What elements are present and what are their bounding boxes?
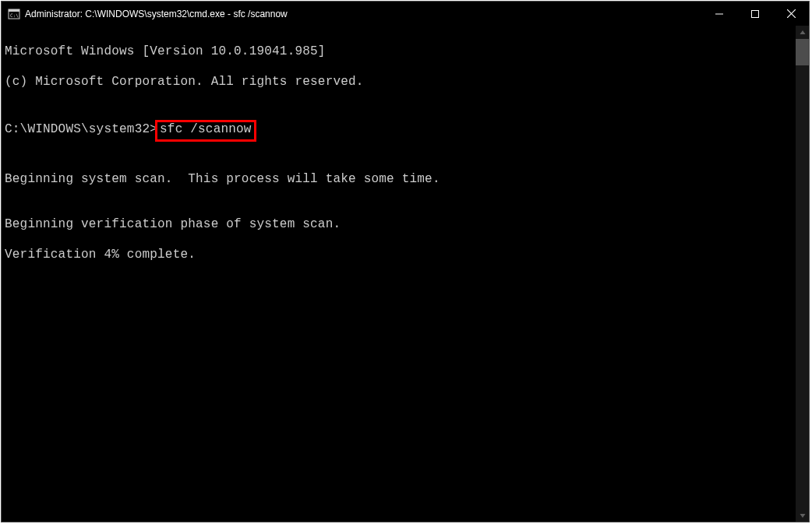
cmd-window: C:\ Administrator: C:\WINDOWS\system32\c… (1, 1, 810, 522)
prompt-line: C:\WINDOWS\system32>sfc /scannow (5, 120, 796, 142)
window-title: Administrator: C:\WINDOWS\system32\cmd.e… (25, 9, 288, 19)
scroll-thumb[interactable] (796, 39, 809, 65)
close-button[interactable] (773, 2, 809, 26)
output-line: Beginning verification phase of system s… (5, 217, 796, 233)
content-area: Microsoft Windows [Version 10.0.19041.98… (2, 26, 809, 522)
scroll-track[interactable] (796, 39, 809, 508)
scroll-up-arrow-icon[interactable] (796, 26, 809, 39)
output-line: Microsoft Windows [Version 10.0.19041.98… (5, 44, 796, 60)
highlighted-command: sfc /scannow (155, 120, 256, 142)
minimize-button[interactable] (701, 2, 737, 26)
scroll-down-arrow-icon[interactable] (796, 508, 809, 522)
titlebar[interactable]: C:\ Administrator: C:\WINDOWS\system32\c… (2, 2, 809, 26)
svg-rect-4 (752, 10, 759, 17)
maximize-button[interactable] (737, 2, 773, 26)
cmd-icon: C:\ (8, 8, 20, 20)
window-controls (701, 2, 809, 26)
output-line: Beginning system scan. This process will… (5, 172, 796, 188)
output-line: (c) Microsoft Corporation. All rights re… (5, 75, 796, 90)
svg-text:C:\: C:\ (10, 12, 19, 18)
svg-marker-8 (800, 514, 805, 518)
vertical-scrollbar[interactable] (796, 26, 809, 522)
svg-rect-1 (9, 9, 19, 12)
terminal-output[interactable]: Microsoft Windows [Version 10.0.19041.98… (2, 26, 796, 522)
output-line: Verification 4% complete. (5, 248, 796, 263)
svg-marker-7 (800, 30, 805, 34)
prompt-prefix: C:\WINDOWS\system32> (5, 122, 157, 136)
